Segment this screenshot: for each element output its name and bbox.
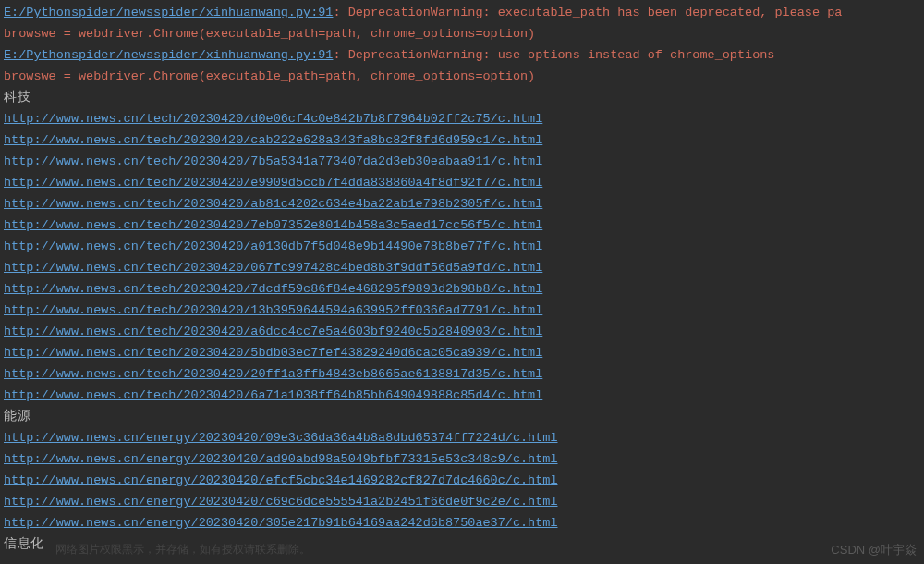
warning-code-line: browswe = webdriver.Chrome(executable_pa… (4, 23, 920, 44)
url-line: http://www.news.cn/tech/20230420/20ff1a3… (4, 363, 920, 385)
url-line: http://www.news.cn/tech/20230420/a0130db… (4, 236, 920, 257)
warning-message: : DeprecationWarning: use options instea… (333, 48, 774, 62)
url-line: http://www.news.cn/tech/20230420/ab81c42… (4, 193, 920, 215)
url-link[interactable]: http://www.news.cn/energy/20230420/ad90a… (4, 452, 558, 466)
url-link[interactable]: http://www.news.cn/tech/20230420/ab81c42… (4, 197, 542, 211)
file-path-link[interactable]: E:/Pythonspider/newsspider/xinhuanwang.p… (4, 6, 333, 19)
url-line: http://www.news.cn/tech/20230420/a6dcc4c… (4, 321, 920, 342)
url-link[interactable]: http://www.news.cn/tech/20230420/13b3959… (4, 303, 542, 317)
warning-code: browswe = webdriver.Chrome(executable_pa… (4, 27, 535, 41)
warning-message: : DeprecationWarning: executable_path ha… (333, 6, 842, 19)
url-link[interactable]: http://www.news.cn/tech/20230420/d0e06cf… (4, 112, 542, 126)
url-line: http://www.news.cn/tech/20230420/13b3959… (4, 300, 920, 321)
url-line: http://www.news.cn/tech/20230420/6a71a10… (4, 385, 920, 406)
url-line: http://www.news.cn/tech/20230420/7dcdf59… (4, 278, 920, 300)
url-link[interactable]: http://www.news.cn/tech/20230420/cab222e… (4, 133, 542, 147)
warning-code-line: browswe = webdriver.Chrome(executable_pa… (4, 66, 920, 87)
file-path-link[interactable]: E:/Pythonspider/newsspider/xinhuanwang.p… (4, 48, 333, 62)
url-line: http://www.news.cn/energy/20230420/305e2… (4, 512, 920, 533)
url-line: http://www.news.cn/tech/20230420/067fc99… (4, 257, 920, 278)
url-link[interactable]: http://www.news.cn/tech/20230420/a0130db… (4, 239, 542, 253)
url-link[interactable]: http://www.news.cn/tech/20230420/7dcdf59… (4, 282, 542, 296)
url-line: http://www.news.cn/tech/20230420/7eb0735… (4, 215, 920, 236)
url-line: http://www.news.cn/energy/20230420/09e3c… (4, 427, 920, 448)
ghost-overlay-text: 网络图片权限黑示，并存储，如有授权请联系删除。 (55, 539, 310, 560)
url-link[interactable]: http://www.news.cn/tech/20230420/7b5a534… (4, 154, 542, 168)
url-line: http://www.news.cn/tech/20230420/5bdb03e… (4, 342, 920, 363)
url-line: http://www.news.cn/tech/20230420/d0e06cf… (4, 108, 920, 129)
warning-line: E:/Pythonspider/newsspider/xinhuanwang.p… (4, 2, 920, 23)
url-link[interactable]: http://www.news.cn/energy/20230420/c69c6… (4, 495, 558, 509)
url-link[interactable]: http://www.news.cn/tech/20230420/5bdb03e… (4, 346, 542, 360)
warning-code: browswe = webdriver.Chrome(executable_pa… (4, 69, 535, 83)
url-link[interactable]: http://www.news.cn/energy/20230420/09e3c… (4, 431, 558, 445)
url-link[interactable]: http://www.news.cn/tech/20230420/067fc99… (4, 261, 542, 275)
url-link[interactable]: http://www.news.cn/tech/20230420/6a71a10… (4, 388, 542, 402)
url-line: http://www.news.cn/energy/20230420/c69c6… (4, 491, 920, 512)
section-title: 科技 (4, 87, 920, 108)
url-line: http://www.news.cn/energy/20230420/ad90a… (4, 448, 920, 470)
section-title: 能源 (4, 406, 920, 427)
url-link[interactable]: http://www.news.cn/tech/20230420/20ff1a3… (4, 367, 542, 381)
terminal-output: E:/Pythonspider/newsspider/xinhuanwang.p… (4, 2, 920, 555)
url-line: http://www.news.cn/tech/20230420/7b5a534… (4, 151, 920, 172)
url-link[interactable]: http://www.news.cn/energy/20230420/305e2… (4, 516, 558, 530)
url-line: http://www.news.cn/tech/20230420/cab222e… (4, 129, 920, 151)
url-link[interactable]: http://www.news.cn/tech/20230420/7eb0735… (4, 218, 542, 232)
url-line: http://www.news.cn/tech/20230420/e9909d5… (4, 172, 920, 193)
url-link[interactable]: http://www.news.cn/energy/20230420/efcf5… (4, 473, 558, 487)
url-link[interactable]: http://www.news.cn/tech/20230420/e9909d5… (4, 176, 542, 190)
url-link[interactable]: http://www.news.cn/tech/20230420/a6dcc4c… (4, 325, 542, 338)
warning-line: E:/Pythonspider/newsspider/xinhuanwang.p… (4, 44, 920, 66)
url-line: http://www.news.cn/energy/20230420/efcf5… (4, 470, 920, 491)
watermark-text: CSDN @叶宇焱 (831, 539, 917, 560)
